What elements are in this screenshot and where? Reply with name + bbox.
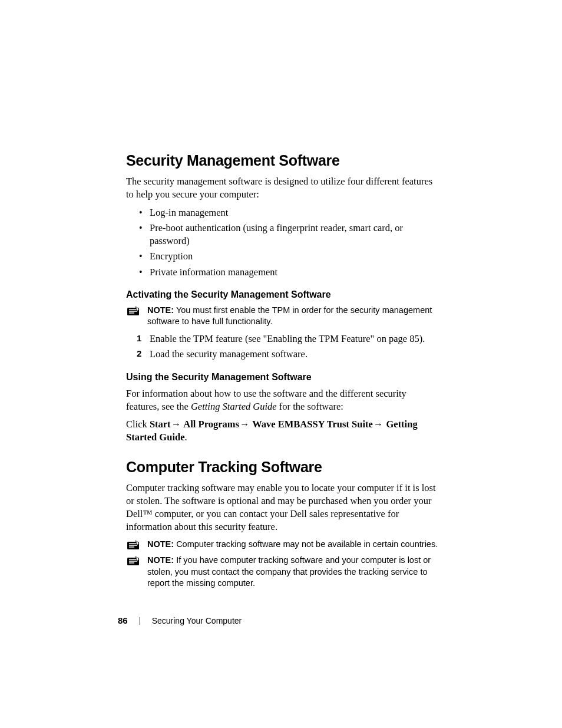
subheading-using: Using the Security Management Software — [126, 372, 438, 383]
bullet-item: Private information management — [126, 266, 438, 279]
step-item: Enable the TPM feature (see "Enabling th… — [126, 332, 438, 345]
step-item: Load the security management software. — [126, 348, 438, 361]
note-text: NOTE: You must first enable the TPM in o… — [147, 305, 438, 328]
note-block: NOTE: You must first enable the TPM in o… — [126, 305, 438, 328]
using-paragraph: For information about how to use the sof… — [126, 387, 438, 414]
footer-divider — [140, 617, 140, 625]
bullet-item: Pre-boot authentication (using a fingerp… — [126, 222, 438, 248]
menu-path: Start→ All Programs→ Wave EMBASSY Trust … — [126, 419, 418, 443]
steps-list: Enable the TPM feature (see "Enabling th… — [126, 332, 438, 361]
note-block: NOTE: Computer tracking software may not… — [126, 539, 438, 551]
page-footer: 86 Securing Your Computer — [118, 615, 242, 625]
heading-security-mgmt: Security Management Software — [126, 152, 438, 169]
para-tail: for the software: — [277, 401, 343, 412]
note-label: NOTE: — [147, 305, 174, 315]
subheading-activating: Activating the Security Management Softw… — [126, 289, 438, 300]
note-text: NOTE: If you have computer tracking soft… — [147, 555, 438, 589]
note-block: NOTE: If you have computer tracking soft… — [126, 555, 438, 589]
chapter-title: Securing Your Computer — [152, 616, 242, 625]
note-body: You must first enable the TPM in order f… — [147, 305, 432, 327]
para-italic: Getting Started Guide — [191, 401, 277, 412]
tracking-paragraph: Computer tracking software may enable yo… — [126, 482, 438, 534]
bullet-item: Log-in management — [126, 206, 438, 219]
note-body: If you have computer tracking software a… — [147, 555, 431, 588]
note-text: NOTE: Computer tracking software may not… — [147, 539, 438, 551]
note-label: NOTE: — [147, 555, 174, 565]
bullet-item: Encryption — [126, 250, 438, 263]
note-icon — [127, 540, 140, 549]
page-content: Security Management Software The securit… — [126, 152, 438, 594]
click-path-paragraph: Click Start→ All Programs→ Wave EMBASSY … — [126, 418, 438, 444]
note-label: NOTE: — [147, 539, 174, 549]
intro-paragraph: The security management software is desi… — [126, 175, 438, 202]
note-icon — [127, 306, 140, 315]
note-icon — [127, 556, 140, 565]
page-number: 86 — [118, 615, 128, 625]
period: . — [184, 431, 187, 443]
heading-computer-tracking: Computer Tracking Software — [126, 459, 438, 476]
note-body: Computer tracking software may not be av… — [174, 539, 438, 549]
feature-bullet-list: Log-in management Pre-boot authenticatio… — [126, 206, 438, 279]
click-word: Click — [126, 419, 150, 430]
